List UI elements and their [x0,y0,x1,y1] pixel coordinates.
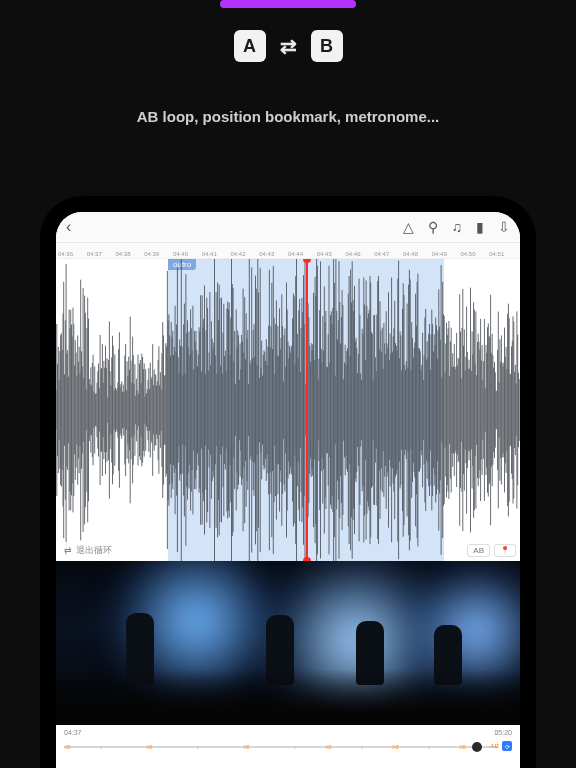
app-toolbar: ‹ △ ⚲ ♫ ▮ ⇩ [56,212,520,243]
ruler-tick: 04:46 [346,251,375,257]
ruler-tick: 04:39 [144,251,173,257]
strip-marker[interactable]: AB [243,744,250,750]
strip-marker[interactable]: · [377,744,378,750]
strip-marker[interactable]: ♀ [293,744,297,750]
strip-marker[interactable]: AB [64,744,71,750]
waveform-svg [56,259,520,561]
strip-marker[interactable]: · [116,744,117,750]
strip-marker[interactable]: · [84,744,85,750]
strip-time-left: 04:37 [64,729,82,736]
toolbar-icons: △ ⚲ ♫ ▮ ⇩ [403,212,511,242]
ruler-tick: 04:45 [317,251,346,257]
strip-marker[interactable]: · [213,744,214,750]
crowd-silhouette [56,669,520,725]
ruler-tick: 04:40 [173,251,202,257]
download-icon[interactable]: ⇩ [498,219,510,235]
time-ruler[interactable]: 04:36 04:37 04:38 04:39 04:40 04:41 04:4… [56,243,520,259]
back-button[interactable]: ‹ [66,218,71,236]
ruler-tick: 04:36 [58,251,87,257]
strip-marker[interactable]: · [444,744,445,750]
ruler-tick: 04:41 [202,251,231,257]
strip-track[interactable]: AB·♀··AB··♀··AB··♀·AB·♀·AB·♀·AB·♀ AB ⟳ [64,742,512,752]
strip-marker[interactable]: · [181,744,182,750]
strip-marker[interactable]: · [278,744,279,750]
ruler-tick: 04:51 [489,251,518,257]
strip-marker[interactable]: AB [392,744,399,750]
bookmark-icon[interactable]: ▮ [476,219,484,235]
strip-marker[interactable]: · [263,744,264,750]
strip-marker[interactable]: ♀ [99,744,103,750]
ruler-tick: 04:37 [87,251,116,257]
stage: A ⇄ B AB loop, position bookmark, metron… [0,0,576,768]
strip-marker[interactable]: · [166,744,167,750]
strip-times: 04:37 05:20 [64,729,512,736]
strip-marker[interactable]: · [131,744,132,750]
strip-marker[interactable]: AB [325,744,332,750]
strip-marker[interactable]: · [228,744,229,750]
strip-marker[interactable]: ♀ [360,744,364,750]
attachment-icon[interactable]: ⚲ [428,219,438,235]
ruler-tick: 04:42 [231,251,260,257]
ab-tile-b: B [311,30,343,62]
ruler-tick: 04:43 [259,251,288,257]
strip-loop-badge[interactable]: ⟳ [502,741,512,751]
strip-marker[interactable]: · [412,744,413,750]
timeline-strip[interactable]: 04:37 05:20 AB·♀··AB··♀··AB··♀·AB·♀·AB·♀… [56,725,520,768]
strip-marker[interactable]: AB [459,744,466,750]
subtitle: AB loop, position bookmark, metronome... [0,108,576,125]
waveform-footer: ⇄ 退出循环 AB 📍 [56,539,520,561]
strip-marker[interactable]: ♀ [427,744,431,750]
accent-pill [220,0,356,8]
app-screen: ‹ △ ⚲ ♫ ▮ ⇩ 04:36 04:37 04:38 04:39 04:4… [56,212,520,768]
swap-icon: ⇄ [280,34,297,58]
exit-loop-label: 退出循环 [76,544,112,557]
strip-cursor[interactable] [472,742,482,752]
metronome-icon[interactable]: △ [403,219,414,235]
strip-right-badges: AB ⟳ [490,741,512,751]
ruler-tick: 04:48 [403,251,432,257]
playhead[interactable] [306,259,308,561]
ab-row: A ⇄ B [0,30,576,62]
ruler-tick: 04:49 [432,251,461,257]
ab-tile-a: A [234,30,266,62]
strip-marker[interactable]: ♀ [196,744,200,750]
strip-marks: AB·♀··AB··♀··AB··♀·AB·♀·AB·♀·AB·♀ [64,742,498,752]
pin-chip[interactable]: 📍 [494,544,516,557]
ruler-tick: 04:38 [116,251,145,257]
video-thumbnail[interactable] [56,561,520,725]
strip-ab-badge: AB [490,743,499,749]
ab-chip[interactable]: AB [467,544,490,557]
strip-marker[interactable]: · [310,744,311,750]
strip-marker[interactable]: · [345,744,346,750]
music-icon[interactable]: ♫ [452,219,463,235]
ruler-tick: 04:44 [288,251,317,257]
swap-icon: ⇄ [64,545,72,555]
strip-marker[interactable]: AB [146,744,153,750]
device-frame: ‹ △ ⚲ ♫ ▮ ⇩ 04:36 04:37 04:38 04:39 04:4… [42,198,534,768]
exit-loop-chip[interactable]: ⇄ 退出循环 [60,542,116,559]
strip-time-right: 05:20 [494,729,512,736]
waveform-area[interactable]: outro ⇄ 退出循环 AB 📍 [56,259,520,561]
ruler-tick: 04:47 [374,251,403,257]
ruler-tick: 04:50 [461,251,490,257]
